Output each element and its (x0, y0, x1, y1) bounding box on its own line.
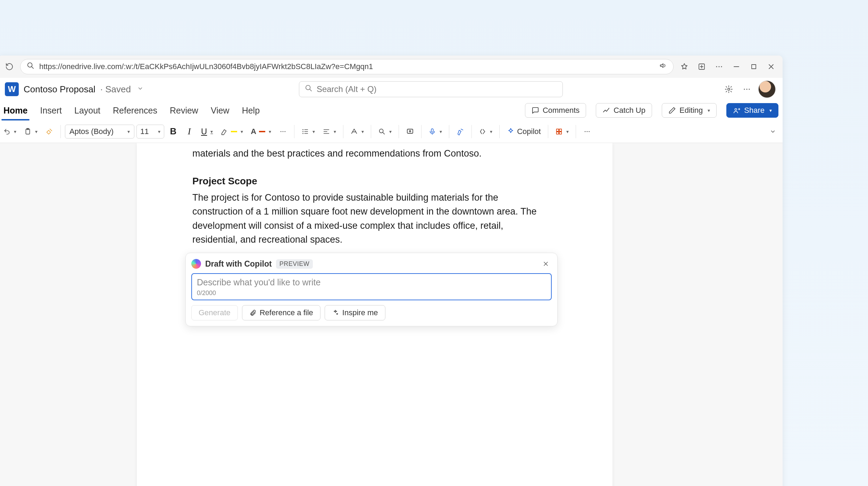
search-icon (305, 84, 312, 94)
reference-label: Reference a file (260, 308, 313, 317)
browser-chrome-bar: https://onedrive.live.com/:w:/t/EaCKkPs6… (0, 56, 783, 78)
favorites-icon[interactable] (678, 60, 691, 73)
more-font-icon[interactable] (276, 124, 290, 139)
user-avatar[interactable] (758, 81, 776, 98)
tab-layout[interactable]: Layout (73, 103, 102, 118)
tab-review[interactable]: Review (168, 103, 200, 118)
dictate-button[interactable]: ▾ (426, 124, 445, 139)
underline-button[interactable]: U▾ (198, 124, 216, 139)
copilot-panel-title: Draft with Copilot (205, 259, 272, 269)
body-text[interactable]: materials and the best practices and rec… (192, 146, 550, 161)
maximize-icon[interactable] (747, 60, 760, 73)
rewrite-button[interactable]: ▾ (476, 124, 495, 139)
copilot-draft-panel: Draft with Copilot PREVIEW 0/2000 Genera… (185, 253, 558, 326)
svg-point-3 (718, 66, 719, 67)
align-button[interactable]: ▾ (320, 124, 339, 139)
inspire-button[interactable]: Inspire me (325, 305, 385, 320)
font-family-value: Aptos (Body) (69, 127, 114, 136)
settings-icon[interactable] (722, 83, 735, 96)
svg-point-0 (28, 63, 32, 67)
svg-point-29 (586, 131, 587, 132)
svg-rect-24 (556, 129, 558, 131)
svg-rect-5 (752, 65, 756, 69)
styles-button[interactable]: ▾ (348, 124, 367, 139)
svg-point-22 (409, 131, 411, 132)
more-icon[interactable] (712, 60, 726, 73)
chevron-down-icon: ▾ (769, 108, 772, 113)
more-app-icon[interactable] (740, 83, 753, 96)
share-button[interactable]: Share ▾ (726, 103, 778, 118)
collapse-ribbon-icon[interactable] (766, 124, 780, 139)
tab-home[interactable]: Home (2, 103, 29, 118)
generate-button[interactable]: Generate (191, 305, 238, 320)
svg-point-16 (285, 131, 286, 132)
catchup-label: Catch Up (614, 106, 645, 115)
title-dropdown-icon[interactable] (137, 85, 143, 93)
generate-label: Generate (199, 308, 231, 317)
addins-button[interactable]: ▾ (552, 124, 571, 139)
body-text[interactable]: The project is for Contoso to provide su… (192, 191, 550, 247)
svg-point-8 (744, 89, 745, 90)
editor-button[interactable] (453, 124, 467, 139)
chevron-down-icon: ▾ (708, 108, 710, 113)
svg-rect-26 (556, 132, 558, 134)
tab-insert[interactable]: Insert (39, 103, 63, 118)
highlight-button[interactable]: ▾ (218, 124, 246, 139)
svg-point-20 (379, 129, 383, 133)
copilot-prompt-field[interactable]: 0/2000 (191, 273, 552, 300)
copilot-label: Copilot (517, 127, 541, 136)
italic-button[interactable]: I (182, 124, 196, 139)
editing-button[interactable]: Editing ▾ (662, 103, 717, 118)
find-button[interactable]: ▾ (375, 124, 394, 139)
tab-help[interactable]: Help (241, 103, 261, 118)
reference-file-button[interactable]: Reference a file (242, 305, 320, 320)
refresh-icon[interactable] (3, 60, 16, 73)
word-app-icon[interactable]: W (5, 82, 19, 96)
address-bar[interactable]: https://onedrive.live.com/:w:/t/EaCKkPs6… (20, 59, 674, 74)
document-title[interactable]: Contoso Proposal (24, 84, 95, 95)
font-size-select[interactable]: 11 ▾ (136, 125, 164, 139)
chevron-down-icon: ▾ (158, 129, 160, 134)
close-window-icon[interactable] (765, 60, 778, 73)
read-aloud-icon[interactable] (659, 62, 667, 72)
close-icon[interactable] (540, 258, 552, 270)
tab-references[interactable]: References (111, 103, 159, 118)
undo-button[interactable]: ▾ (1, 124, 19, 139)
bullets-button[interactable]: ▾ (299, 124, 318, 139)
svg-point-15 (283, 131, 284, 132)
preview-badge: PREVIEW (276, 259, 313, 269)
document-canvas[interactable]: materials and the best practices and rec… (0, 143, 783, 486)
copilot-prompt-input[interactable] (197, 277, 546, 287)
tab-view[interactable]: View (209, 103, 231, 118)
copilot-button[interactable]: Copilot (504, 124, 543, 139)
svg-point-9 (746, 89, 747, 90)
svg-rect-21 (407, 129, 413, 133)
catchup-button[interactable]: Catch Up (596, 103, 652, 118)
svg-point-7 (728, 88, 730, 90)
svg-point-17 (302, 129, 303, 130)
paste-button[interactable]: ▾ (21, 124, 40, 139)
minimize-icon[interactable] (730, 60, 743, 73)
font-size-value: 11 (140, 127, 149, 136)
heading-text[interactable]: Project Scope (192, 174, 557, 188)
char-counter: 0/2000 (197, 290, 546, 297)
ribbon-more-icon[interactable] (580, 124, 594, 139)
search-icon (27, 62, 34, 72)
share-label: Share (744, 106, 765, 115)
collections-icon[interactable] (695, 60, 708, 73)
svg-point-4 (721, 66, 722, 67)
format-painter-button[interactable] (42, 124, 56, 139)
designer-button[interactable] (403, 124, 417, 139)
bold-button[interactable]: B (166, 124, 180, 139)
svg-rect-27 (559, 132, 561, 134)
font-color-button[interactable]: A▾ (248, 124, 274, 139)
copilot-logo-icon (191, 259, 201, 269)
search-input[interactable]: Search (Alt + Q) (299, 81, 563, 97)
comments-button[interactable]: Comments (525, 103, 586, 118)
url-text: https://onedrive.live.com/:w:/t/EaCKkPs6… (39, 62, 654, 71)
svg-point-19 (302, 133, 303, 134)
chevron-down-icon: ▾ (127, 129, 130, 134)
svg-point-2 (716, 66, 717, 67)
font-family-select[interactable]: Aptos (Body) ▾ (65, 125, 134, 139)
svg-point-30 (589, 131, 590, 132)
